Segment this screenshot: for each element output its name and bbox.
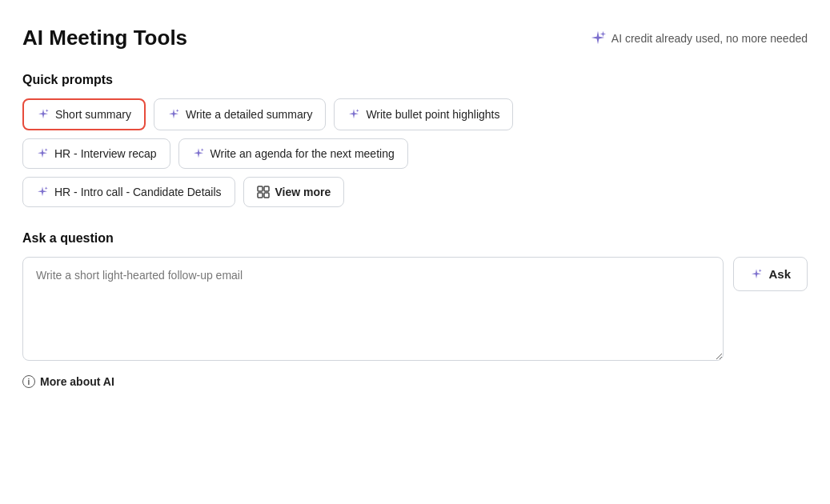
ask-section: Ask a question Ask <box>22 231 808 361</box>
prompt-detailed-summary[interactable]: Write a detailed summary <box>154 98 326 130</box>
quick-prompts-title: Quick prompts <box>22 73 808 87</box>
more-about-ai-link[interactable]: i More about AI <box>22 375 808 388</box>
prompt-bullet-highlights-label: Write bullet point highlights <box>366 108 499 121</box>
ask-button-label: Ask <box>768 267 791 281</box>
ask-input[interactable] <box>22 257 724 361</box>
ai-credit-text: AI credit already used, no more needed <box>611 32 808 45</box>
svg-rect-2 <box>258 193 263 198</box>
prompt-agenda-next-meeting[interactable]: Write an agenda for the next meeting <box>178 138 408 169</box>
prompt-hr-interview-recap[interactable]: HR - Interview recap <box>22 138 170 169</box>
prompt-row-2: HR - Interview recap Write an agenda for… <box>22 138 808 169</box>
prompt-hr-interview-recap-label: HR - Interview recap <box>54 147 157 160</box>
page-header: AI Meeting Tools AI credit already used,… <box>22 26 808 50</box>
sparkle-icon <box>36 147 49 160</box>
prompt-hr-intro-call-label: HR - Intro call - Candidate Details <box>54 186 222 198</box>
sparkle-icon <box>167 108 180 121</box>
prompt-detailed-summary-label: Write a detailed summary <box>186 108 312 121</box>
sparkle-icon <box>36 186 49 198</box>
more-about-ai-label: More about AI <box>40 375 114 388</box>
prompt-row-3: HR - Intro call - Candidate Details View… <box>22 177 808 207</box>
ai-credit-badge: AI credit already used, no more needed <box>589 30 808 47</box>
sparkle-ask-icon <box>750 268 763 281</box>
view-more-label: View more <box>275 186 331 198</box>
sparkle-header-icon <box>589 30 607 47</box>
prompt-hr-intro-call[interactable]: HR - Intro call - Candidate Details <box>22 177 235 207</box>
sparkle-icon <box>347 108 360 121</box>
view-more-button[interactable]: View more <box>243 177 345 207</box>
prompt-short-summary-label: Short summary <box>55 108 131 121</box>
prompt-agenda-next-meeting-label: Write an agenda for the next meeting <box>211 147 395 160</box>
ask-button[interactable]: Ask <box>733 257 808 291</box>
grid-icon <box>257 186 270 198</box>
svg-rect-0 <box>258 186 263 191</box>
svg-rect-3 <box>264 193 269 198</box>
prompt-bullet-highlights[interactable]: Write bullet point highlights <box>334 98 513 130</box>
info-icon: i <box>22 375 35 388</box>
ask-section-title: Ask a question <box>22 231 808 246</box>
page-title: AI Meeting Tools <box>22 26 187 50</box>
svg-rect-1 <box>264 186 269 191</box>
ask-area: Ask <box>22 257 808 361</box>
sparkle-icon <box>37 108 50 121</box>
prompt-row-1: Short summary Write a detailed summary W… <box>22 98 808 130</box>
quick-prompts-section: Quick prompts Short summary Write a deta… <box>22 73 808 207</box>
sparkle-icon <box>192 147 205 160</box>
prompt-short-summary[interactable]: Short summary <box>22 98 146 130</box>
